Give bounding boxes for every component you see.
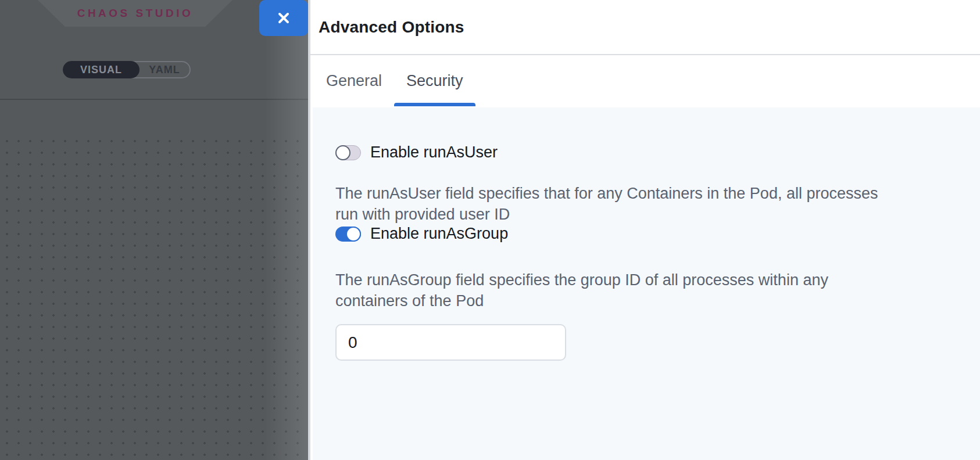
drawer-tabs: General Security [310, 55, 980, 106]
run-as-group-id-input[interactable] [335, 324, 566, 361]
brand-plate: CHAOS STUDIO [38, 0, 233, 27]
view-mode-switch[interactable]: VISUAL YAML [63, 61, 191, 78]
yaml-tab[interactable]: YAML [140, 62, 189, 77]
tab-security-label: Security [406, 72, 463, 90]
toggle-knob [346, 227, 361, 242]
description-line: The runAsUser field specifies that for a… [335, 183, 957, 204]
run-as-group-toggle[interactable] [335, 227, 361, 242]
advanced-options-drawer: Advanced Options General Security Enable… [308, 0, 980, 460]
tab-general[interactable]: General [314, 55, 394, 106]
drawer-title: Advanced Options [319, 18, 464, 37]
run-as-user-label: Enable runAsUser [370, 143, 498, 161]
workflow-dot-grid-canvas[interactable] [0, 135, 308, 460]
description-line: containers of the Pod [335, 290, 957, 311]
yaml-tab-label: YAML [149, 64, 180, 76]
toggle-knob [335, 145, 350, 160]
description-line: The runAsGroup field specifies the group… [335, 269, 957, 290]
visual-tab-label: VISUAL [80, 64, 122, 76]
run-as-user-row: Enable runAsUser [335, 143, 957, 161]
tab-general-label: General [326, 72, 382, 90]
tab-security[interactable]: Security [394, 55, 475, 106]
drawer-header: Advanced Options [310, 0, 980, 55]
canvas-stage: CHAOS STUDIO VISUAL YAML [0, 0, 308, 460]
run-as-user-toggle[interactable] [335, 145, 361, 160]
stage-header-divider [0, 99, 308, 100]
description-line: run with provided user ID [335, 204, 957, 225]
security-tab-content: Enable runAsUser The runAsUser field spe… [313, 107, 980, 460]
active-tab-indicator [394, 103, 475, 106]
run-as-group-description: The runAsGroup field specifies the group… [335, 269, 957, 311]
run-as-group-label: Enable runAsGroup [370, 225, 508, 243]
run-as-user-description: The runAsUser field specifies that for a… [335, 183, 957, 225]
brand-logo-text: CHAOS STUDIO [77, 7, 194, 20]
close-drawer-button[interactable] [259, 0, 308, 36]
close-icon [276, 10, 291, 26]
run-as-group-row: Enable runAsGroup [335, 225, 957, 243]
visual-tab[interactable]: VISUAL [63, 61, 140, 78]
